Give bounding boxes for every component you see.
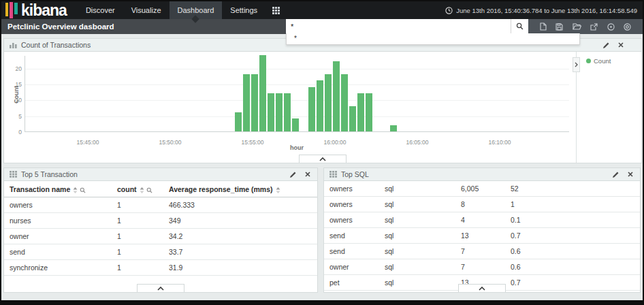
- table-row[interactable]: nurses1349: [4, 213, 317, 229]
- chevron-right-icon: [575, 62, 578, 67]
- table-row[interactable]: ownerssql40.1: [324, 212, 640, 228]
- table-row[interactable]: ownersql70.6: [324, 259, 640, 275]
- sort-icon[interactable]: [73, 187, 78, 193]
- sort-icon[interactable]: [140, 187, 144, 193]
- gridline: [25, 69, 569, 69]
- kibana-app: kibana DiscoverVisualizeDashboardSetting…: [1, 1, 643, 300]
- clock-icon: [445, 7, 453, 14]
- edit-visualization-icon[interactable]: [603, 42, 609, 48]
- table-row[interactable]: ownerssql81: [324, 197, 640, 212]
- open-folder-icon[interactable]: [571, 22, 583, 31]
- logo-stripe-teal: [14, 3, 18, 14]
- gridline: [25, 100, 569, 101]
- table-cell: sql: [379, 275, 455, 291]
- nav-item-discover[interactable]: Discover: [78, 1, 123, 19]
- topsql-table-body: ownerssql6,00552ownerssql81ownerssql40.1…: [324, 181, 640, 292]
- bar-15:56:00[interactable]: [268, 93, 274, 131]
- save-icon[interactable]: [554, 22, 564, 32]
- remove-panel-icon[interactable]: [618, 42, 624, 48]
- table-cell: 52: [505, 181, 640, 197]
- table-cell: 0.7: [505, 275, 640, 291]
- bar-15:55:00[interactable]: [251, 74, 258, 131]
- table-cell: 0.6: [505, 244, 640, 259]
- bar-16:01:30[interactable]: [357, 93, 364, 131]
- new-document-icon[interactable]: [538, 21, 548, 32]
- column-header-transaction-name[interactable]: Transaction name: [4, 181, 112, 197]
- topsql-collapse-toggle[interactable]: [458, 284, 506, 292]
- table-cell: 4: [455, 212, 505, 228]
- top5-collapse-toggle[interactable]: [137, 284, 184, 292]
- apps-grid-icon[interactable]: [265, 1, 287, 19]
- table-row[interactable]: owners1466.333: [4, 197, 317, 213]
- bar-15:55:30[interactable]: [259, 55, 266, 131]
- top5-table-body: Transaction namecountAverage response_ti…: [4, 181, 317, 292]
- bar-15:57:00[interactable]: [284, 93, 291, 131]
- top5-table: Transaction namecountAverage response_ti…: [4, 181, 317, 276]
- bar-15:59:30[interactable]: [325, 74, 332, 131]
- gear-circle-icon[interactable]: [622, 22, 632, 32]
- table-cell: sql: [379, 228, 455, 244]
- remove-panel-icon[interactable]: [628, 172, 633, 177]
- table-row[interactable]: sendsql70.6: [324, 244, 640, 259]
- add-circle-icon[interactable]: [606, 22, 616, 32]
- bar-16:00:00[interactable]: [333, 61, 340, 131]
- bar-16:00:30[interactable]: [341, 74, 348, 131]
- bar-15:56:30[interactable]: [276, 93, 283, 131]
- gridline: [25, 84, 569, 85]
- topsql-panel-title: Top SQL: [341, 170, 369, 178]
- sort-icon[interactable]: [276, 187, 280, 193]
- bar-15:59:00[interactable]: [317, 80, 323, 131]
- chart-body: Count 0510152015:45:0015:50:0015:55:0016…: [4, 52, 641, 163]
- bar-16:03:30[interactable]: [390, 125, 397, 131]
- column-header-count[interactable]: count: [112, 181, 163, 197]
- table-row[interactable]: send133.7: [4, 244, 317, 260]
- table-row[interactable]: ownerssql6,00552: [324, 181, 640, 197]
- y-axis-tick: 20: [5, 65, 22, 72]
- time-range-picker[interactable]: June 13th 2016, 15:40:36.784 to June 13t…: [445, 7, 637, 14]
- table-cell: send: [324, 244, 379, 259]
- table-cell: 0.6: [505, 259, 640, 275]
- column-search-icon[interactable]: [80, 187, 86, 193]
- bar-15:58:30[interactable]: [308, 87, 315, 131]
- chart-collapse-toggle[interactable]: [299, 155, 347, 163]
- topsql-table: ownerssql6,00552ownerssql81ownerssql40.1…: [324, 181, 640, 292]
- share-icon[interactable]: [589, 22, 599, 32]
- nav-item-visualize[interactable]: Visualize: [123, 1, 170, 19]
- remove-panel-icon[interactable]: [305, 172, 310, 177]
- bar-15:57:30[interactable]: [292, 118, 299, 131]
- table-row[interactable]: owner134.2: [4, 229, 317, 244]
- legend-item-count[interactable]: Count: [586, 57, 611, 65]
- column-search-icon[interactable]: [146, 187, 152, 193]
- magnifier-icon: [516, 22, 524, 30]
- bar-chart-icon: [10, 42, 17, 48]
- chart-panel-title: Count of Transactions: [21, 41, 91, 49]
- bar-15:54:00[interactable]: [235, 112, 242, 131]
- bar-16:02:00[interactable]: [366, 93, 372, 131]
- nav-item-settings[interactable]: Settings: [222, 1, 265, 19]
- chart-legend: Count: [576, 52, 641, 163]
- dashboard-config-bar: Petclinic Overview dasboard: [1, 19, 643, 34]
- query-suggestion-item[interactable]: *: [287, 33, 579, 44]
- table-cell: 34.2: [163, 229, 317, 244]
- table-cell: 13: [455, 228, 505, 244]
- edit-visualization-icon[interactable]: [290, 172, 296, 178]
- table-cell: 0.7: [505, 228, 640, 244]
- legend-label: Count: [594, 57, 611, 65]
- search-button[interactable]: [511, 19, 528, 34]
- column-header-average-response-time-mms-[interactable]: Average response_time (mms): [163, 181, 317, 197]
- bar-16:01:00[interactable]: [349, 106, 356, 131]
- kibana-logo[interactable]: kibana: [1, 1, 67, 19]
- table-row[interactable]: synchronize131.9: [4, 260, 317, 276]
- table-cell: 1: [112, 260, 163, 276]
- bar-15:54:30[interactable]: [243, 74, 250, 131]
- table-cell: 1: [112, 197, 163, 213]
- legend-collapse-handle[interactable]: [573, 57, 580, 72]
- nav-item-dashboard[interactable]: Dashboard: [170, 1, 223, 19]
- table-cell: 1: [112, 213, 163, 229]
- bar-chart-plot[interactable]: 0510152015:45:0015:50:0015:55:0016:00:00…: [25, 56, 569, 132]
- table-cell: 7: [455, 244, 505, 259]
- table-row[interactable]: sendsql130.7: [324, 228, 640, 244]
- edit-visualization-icon[interactable]: [613, 172, 619, 178]
- logo-stripe-gold: [5, 3, 8, 16]
- query-input[interactable]: [286, 19, 511, 34]
